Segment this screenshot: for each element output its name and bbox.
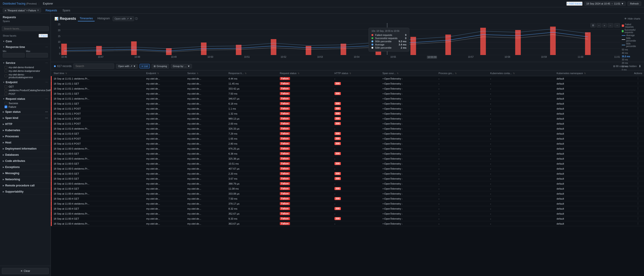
service-checkbox-frontend[interactable] <box>4 66 7 69</box>
endpoint-checkbox-post[interactable] <box>4 92 7 95</box>
supportability-header[interactable]: ▶ Supportability <box>0 189 50 195</box>
span-status-header[interactable]: ▶ Span status ⋯ <box>0 109 50 115</box>
endpoint-item-getproduct[interactable]: oteldemo.ProductCatalogService.GetProduc… <box>0 88 50 92</box>
row-actions-menu[interactable]: ⋮ <box>632 156 644 161</box>
endpoint-header[interactable]: ▼ Endpoint ⋯ <box>0 79 50 85</box>
row-actions-menu[interactable]: ⋮ <box>632 96 644 101</box>
table-row[interactable]: 18 Sep at 11:00:5 GET my-otel-de... my-o… <box>51 151 644 156</box>
row-actions-menu[interactable]: ⋮ <box>632 186 644 191</box>
request-status-checkbox-failure[interactable]: ✓ <box>4 105 7 108</box>
info-icon[interactable]: ⓘ <box>135 17 138 21</box>
zoom-fit-button[interactable]: ⊞ <box>590 23 596 28</box>
row-actions-menu[interactable]: ⋮ <box>632 221 644 226</box>
code-attributes-header[interactable]: ▶ Code attributes <box>0 158 50 164</box>
networking-header[interactable]: ▶ Networking <box>0 176 50 182</box>
row-actions-menu[interactable]: ⋮ <box>632 206 644 211</box>
row-actions-menu[interactable]: ⋮ <box>632 191 644 196</box>
table-row[interactable]: 18 Sep at 11:01:6 oteldemo.Pr... my-otel… <box>51 126 644 131</box>
settings-icon[interactable]: ⋯ <box>46 97 48 100</box>
row-actions-menu[interactable]: ⋮ <box>632 116 644 121</box>
row-actions-menu[interactable]: ⋮ <box>632 131 644 136</box>
rpc-header[interactable]: ▶ Remote procedure call <box>0 183 50 189</box>
deployment-header[interactable]: ▶ Deployment information <box>0 146 50 152</box>
table-search-input[interactable] <box>73 63 114 69</box>
table-row[interactable]: 18 Sep at 11:00:4 oteldemo.Pr... my-otel… <box>51 211 644 216</box>
response-time-header[interactable]: ▼ Response time ⋯ <box>3 46 48 49</box>
tab-spans[interactable]: Spans <box>60 8 72 13</box>
row-actions-menu[interactable]: ⋮ <box>632 126 644 131</box>
clear-button[interactable]: ✕ Clear <box>2 268 49 274</box>
row-actions-menu[interactable]: ⋮ <box>632 151 644 156</box>
span-kind-header[interactable]: ▶ Span kind ⋯ <box>0 115 50 121</box>
row-actions-menu[interactable]: ⋮ <box>632 171 644 176</box>
table-row[interactable]: 18 Sep at 11:01:1 POST my-otel-de... my-… <box>51 111 644 116</box>
zoom-in-button[interactable]: + <box>602 23 607 28</box>
service-checkbox-loadgenerator[interactable] <box>4 70 7 72</box>
row-actions-menu[interactable]: ⋮ <box>632 106 644 111</box>
table-row[interactable]: 18 Sep at 11:01:6 POST my-otel-de... my-… <box>51 136 644 141</box>
tab-histogram[interactable]: Histogram <box>96 16 112 21</box>
table-row[interactable]: 18 Sep at 11:01:1 oteldemo.Pr... my-otel… <box>51 96 644 101</box>
service-item-frontend[interactable]: my-otel-demo-frontend <box>0 65 50 69</box>
row-actions-menu[interactable]: ⋮ <box>632 91 644 96</box>
facet-group-core-header[interactable]: ▼ Core <box>0 38 50 44</box>
table-row[interactable]: 18 Sep at 11:00:4 oteldemo.Pr... my-otel… <box>51 191 644 196</box>
service-item-productcatalog[interactable]: my-otel-demo-productcatalogservice <box>0 73 50 79</box>
request-status-header[interactable]: ▼ Request status ⋯ <box>0 96 50 101</box>
col-http-status[interactable]: HTTP status ⇅ <box>333 70 380 76</box>
open-with-button[interactable]: Open with ↗ ▼ <box>112 16 134 21</box>
group-by-button[interactable]: Group by: ... ▼ <box>171 64 192 68</box>
col-k8s-namespace[interactable]: Kubernetes namespace ⇅ <box>555 70 632 76</box>
row-actions-menu[interactable]: ⋮ <box>632 176 644 181</box>
row-actions-menu[interactable]: ⋮ <box>632 181 644 186</box>
table-row[interactable]: 18 Sep at 11:01:1 GET my-otel-de... my-o… <box>51 81 644 86</box>
table-row[interactable]: 18 Sep at 11:01:1 POST my-otel-de... my-… <box>51 106 644 111</box>
row-actions-menu[interactable]: ⋮ <box>632 216 644 221</box>
row-actions-menu[interactable]: ⋮ <box>632 161 644 166</box>
databases-header[interactable]: ▶ Databases <box>0 152 50 158</box>
row-actions-menu[interactable]: ⋮ <box>632 196 644 201</box>
row-actions-menu[interactable]: ⋮ <box>632 201 644 206</box>
service-checkbox-productcatalog[interactable] <box>4 75 7 77</box>
table-row[interactable]: 18 Sep at 11:00:4 oteldemo.Pr... my-otel… <box>51 201 644 206</box>
settings-icon[interactable]: ⋯ <box>46 81 48 84</box>
col-response-time[interactable]: Response ti... ⇅ <box>227 70 278 76</box>
table-row[interactable]: 18 Sep at 11:00:5 GET my-otel-de... my-o… <box>51 176 644 181</box>
table-row[interactable]: 18 Sep at 11:00:5 GET my-otel-de... my-o… <box>51 171 644 176</box>
col-k8s-container[interactable]: Kubernetes conta... ⇅ <box>488 70 554 76</box>
add-facet-button[interactable]: + Facet <box>38 34 48 38</box>
row-actions-menu[interactable]: ⋮ <box>632 121 644 126</box>
row-actions-menu[interactable]: ⋮ <box>632 211 644 216</box>
messaging-header[interactable]: ▶ Messaging <box>0 170 50 176</box>
request-status-item-failure[interactable]: ✓ Failure <box>0 105 50 109</box>
table-row[interactable]: 18 Sep at 11:00:4 GET my-otel-de... my-o… <box>51 196 644 201</box>
tab-timeseries[interactable]: Timeseries <box>78 16 95 21</box>
span-status-actions[interactable]: ⋯ <box>45 110 48 113</box>
hide-charts-button[interactable]: 👁 Hide charts <box>624 17 640 20</box>
list-view-button[interactable]: ≡ List <box>140 64 150 68</box>
http-header[interactable]: ▶ HTTP <box>0 121 50 127</box>
exceptions-header[interactable]: ▶ Exceptions <box>0 164 50 170</box>
table-open-with-button[interactable]: Open with ↗ ▼ <box>116 64 138 69</box>
col-span-source[interactable]: Span sour... ⇅ <box>380 70 436 76</box>
table-row[interactable]: 18 Sep at 11:01:1 POST my-otel-de... my-… <box>51 121 644 126</box>
processes-header[interactable]: ▶ Processes <box>0 133 50 139</box>
settings-icon[interactable]: ⋯ <box>46 62 48 65</box>
row-actions-menu[interactable]: ⋮ <box>632 146 644 151</box>
service-item-loadgenerator[interactable]: my-otel-demo-loadgenerator <box>0 69 50 73</box>
endpoint-item-post[interactable]: POST <box>0 92 50 96</box>
kubernetes-header[interactable]: ▶ Kubernetes <box>0 127 50 133</box>
datetime-badge[interactable]: 18 Sep 2024 at 10:45 → 11:01 ▼ <box>584 1 626 6</box>
search-facets-input[interactable] <box>2 26 49 31</box>
table-row[interactable]: 18 Sep at 11:00:5 oteldemo.Pr... my-otel… <box>51 156 644 161</box>
zoom-out-button[interactable]: − <box>596 23 601 28</box>
row-actions-menu[interactable]: ⋮ <box>632 76 644 81</box>
min-input[interactable] <box>3 53 25 58</box>
row-actions-menu[interactable]: ⋮ <box>632 81 644 86</box>
col-start-time[interactable]: Start time ⇅ <box>52 70 144 76</box>
table-row[interactable]: 18 Sep at 11:01:1 oteldemo.Pr... my-otel… <box>51 86 644 91</box>
pan-right-button[interactable]: → <box>614 23 620 28</box>
table-row[interactable]: 18 Sep at 11:00:5 oteldemo.Pr... my-otel… <box>51 166 644 171</box>
table-row[interactable]: 18 Sep at 11:00:5 GET my-otel-de... my-o… <box>51 161 644 166</box>
host-header[interactable]: ▶ Host <box>0 140 50 146</box>
